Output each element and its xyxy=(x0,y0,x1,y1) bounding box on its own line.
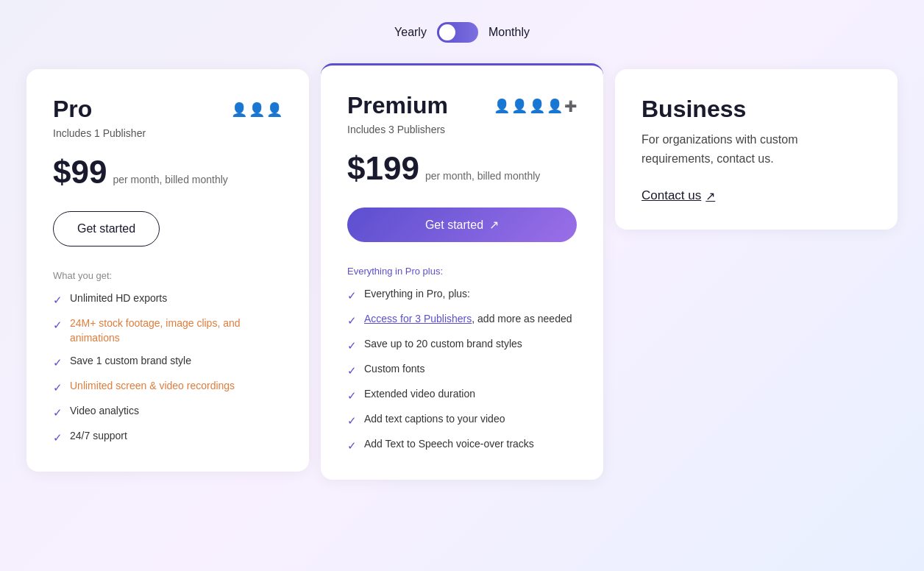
list-item: ✓ 24/7 support xyxy=(53,429,282,445)
pro-feature-2: 24M+ stock footage, image clips, and ani… xyxy=(70,316,282,345)
premium-feature-7: Add Text to Speech voice-over tracks xyxy=(364,437,534,452)
pro-what-you-get: What you get: xyxy=(53,270,282,281)
user-icon-2: 👤 xyxy=(511,98,527,114)
pricing-cards: Pro 👤 👤 👤 Includes 1 Publisher $99 per m… xyxy=(21,69,903,480)
user-icon-4: 👤 xyxy=(547,98,563,114)
list-item: ✓ Custom fonts xyxy=(347,362,577,378)
pro-feature-1: Unlimited HD exports xyxy=(70,291,167,306)
user-icon-plus: ➕ xyxy=(564,100,577,112)
premium-feature-2: Access for 3 Publishers, add more as nee… xyxy=(364,312,572,327)
list-item: ✓ Everything in Pro, plus: xyxy=(347,287,577,303)
check-icon: ✓ xyxy=(347,288,357,303)
billing-toggle[interactable] xyxy=(437,22,478,43)
pro-feature-list: ✓ Unlimited HD exports ✓ 24M+ stock foot… xyxy=(53,291,282,445)
business-card: Business For organizations with custom r… xyxy=(615,69,898,230)
check-icon: ✓ xyxy=(347,388,357,403)
pro-feature-5: Video analytics xyxy=(70,404,139,419)
list-item: ✓ Save up to 20 custom brand styles xyxy=(347,337,577,353)
check-icon: ✓ xyxy=(53,405,63,420)
premium-user-icons: 👤 👤 👤 👤 ➕ xyxy=(494,98,577,114)
check-icon: ✓ xyxy=(347,363,357,378)
list-item: ✓ Video analytics xyxy=(53,404,282,420)
pro-subtitle: Includes 1 Publisher xyxy=(53,127,282,139)
pro-price: $99 xyxy=(53,154,107,191)
list-item: ✓ Unlimited screen & video recordings xyxy=(53,379,282,395)
list-item: ✓ Access for 3 Publishers, add more as n… xyxy=(347,312,577,328)
contact-label: Contact us xyxy=(642,188,701,203)
monthly-label: Monthly xyxy=(488,26,530,39)
pro-card-header: Pro 👤 👤 👤 xyxy=(53,96,282,123)
arrow-icon: ↗ xyxy=(489,218,499,232)
external-link-icon: ↗ xyxy=(706,189,715,203)
premium-feature-5: Extended video duration xyxy=(364,387,475,402)
premium-price-row: $199 per month, billed monthly xyxy=(347,150,577,187)
premium-card: Premium 👤 👤 👤 👤 ➕ Includes 3 Publishers … xyxy=(321,63,603,480)
pro-get-started-button[interactable]: Get started xyxy=(53,211,160,247)
user-icon-1: 👤 xyxy=(231,102,247,118)
premium-what-you-get: Everything in Pro plus: xyxy=(347,266,577,277)
check-icon: ✓ xyxy=(53,355,63,370)
list-item: ✓ Add text captions to your video xyxy=(347,412,577,428)
pro-cta-label: Get started xyxy=(77,222,135,235)
check-icon: ✓ xyxy=(53,380,63,395)
list-item: ✓ Unlimited HD exports xyxy=(53,291,282,308)
business-card-header: Business xyxy=(642,96,871,123)
contact-us-link[interactable]: Contact us ↗ xyxy=(642,188,715,203)
check-icon: ✓ xyxy=(347,338,357,353)
pro-feature-3: Save 1 custom brand style xyxy=(70,354,191,369)
pro-user-icons: 👤 👤 👤 xyxy=(231,102,282,118)
pro-feature-4: Unlimited screen & video recordings xyxy=(70,379,235,394)
user-icon-3: 👤 xyxy=(266,102,282,118)
user-icon-2: 👤 xyxy=(249,102,265,118)
pro-price-detail: per month, billed monthly xyxy=(113,174,227,185)
list-item: ✓ Add Text to Speech voice-over tracks xyxy=(347,437,577,453)
yearly-label: Yearly xyxy=(394,26,427,39)
pro-card: Pro 👤 👤 👤 Includes 1 Publisher $99 per m… xyxy=(26,69,309,472)
check-icon: ✓ xyxy=(347,438,357,453)
premium-feature-4: Custom fonts xyxy=(364,362,424,377)
premium-price-detail: per month, billed monthly xyxy=(425,170,540,182)
list-item: ✓ Save 1 custom brand style xyxy=(53,354,282,370)
check-icon: ✓ xyxy=(347,413,357,428)
check-icon: ✓ xyxy=(53,430,63,445)
premium-price: $199 xyxy=(347,150,419,187)
business-plan-name: Business xyxy=(642,96,746,123)
business-description: For organizations with custom requiremen… xyxy=(642,130,871,168)
check-icon: ✓ xyxy=(53,292,63,308)
premium-subtitle: Includes 3 Publishers xyxy=(347,124,577,135)
pro-plan-name: Pro xyxy=(53,96,92,123)
premium-feature-6: Add text captions to your video xyxy=(364,412,505,427)
check-icon: ✓ xyxy=(347,313,357,328)
pro-price-row: $99 per month, billed monthly xyxy=(53,154,282,191)
user-icon-1: 👤 xyxy=(494,98,510,114)
list-item: ✓ 24M+ stock footage, image clips, and a… xyxy=(53,316,282,345)
premium-get-started-button[interactable]: Get started ↗ xyxy=(347,208,577,242)
toggle-knob xyxy=(439,24,455,40)
premium-cta-label: Get started xyxy=(425,219,483,232)
premium-card-header: Premium 👤 👤 👤 👤 ➕ xyxy=(347,92,577,119)
premium-plan-name: Premium xyxy=(347,92,448,119)
premium-feature-1: Everything in Pro, plus: xyxy=(364,287,470,302)
list-item: ✓ Extended video duration xyxy=(347,387,577,403)
pro-feature-6: 24/7 support xyxy=(70,429,127,444)
billing-toggle-container: Yearly Monthly xyxy=(394,22,530,43)
check-icon: ✓ xyxy=(53,317,63,333)
user-icon-3: 👤 xyxy=(529,98,545,114)
premium-feature-3: Save up to 20 custom brand styles xyxy=(364,337,522,352)
premium-feature-list: ✓ Everything in Pro, plus: ✓ Access for … xyxy=(347,287,577,453)
